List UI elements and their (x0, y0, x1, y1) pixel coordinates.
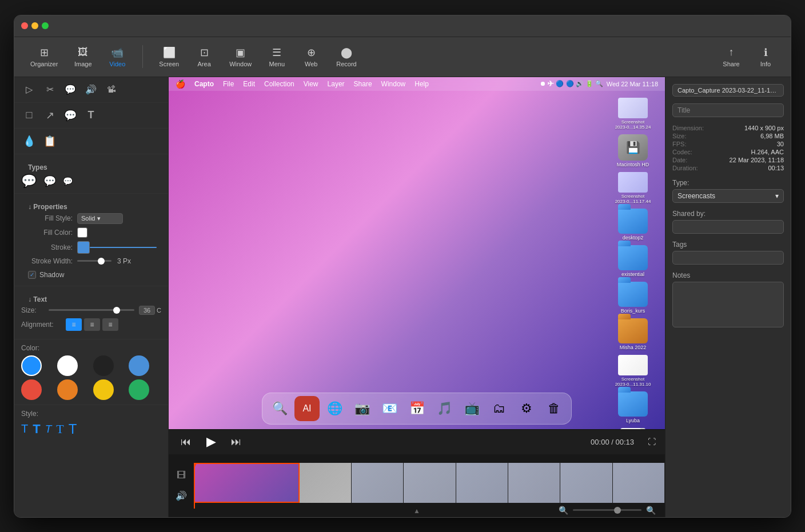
color-swatch-steel[interactable] (129, 355, 149, 376)
app-name-menu[interactable]: Capto (194, 80, 214, 88)
filename-field[interactable]: Capto_Capture 2023-03-22_11-18-5 (672, 84, 784, 97)
text-tool[interactable]: T (83, 107, 99, 123)
edit-menu[interactable]: Edit (243, 80, 255, 88)
text-size-thumb[interactable] (113, 307, 120, 314)
color-swatch-orange[interactable] (57, 379, 78, 400)
fast-forward-button[interactable]: ⏭ (228, 434, 244, 450)
dock-icon-3[interactable]: 🌐 (322, 396, 347, 421)
dock-icon-11[interactable]: 🗑 (541, 396, 567, 421)
help-menu[interactable]: Help (415, 80, 429, 88)
minimize-button[interactable] (31, 22, 38, 29)
share-menu[interactable]: Share (354, 80, 372, 88)
share-button[interactable]: ↑ Share (715, 43, 747, 71)
desktop-icon-hd[interactable]: 💾 Macintosh HD (610, 134, 656, 167)
shared-by-field[interactable] (672, 220, 784, 234)
note-tool[interactable]: 📋 (42, 133, 58, 149)
align-right-button[interactable]: ≡ (102, 318, 118, 331)
dock-icon-4[interactable]: 📷 (349, 396, 374, 421)
desktop-icon-screenrec[interactable]: 📄 screen reco... (610, 428, 656, 429)
timeline-audio-icon[interactable]: 🔊 (173, 488, 189, 504)
notes-field[interactable] (672, 282, 784, 327)
desktop-icon-screenshot3[interactable]: Screenshot2023-0...11.31.10 (610, 355, 656, 387)
style-serif[interactable]: T (21, 422, 28, 435)
color-swatch-yellow[interactable] (93, 379, 114, 400)
record-button[interactable]: ⬤ Record (329, 43, 363, 71)
area-button[interactable]: ⊡ Area (188, 43, 220, 71)
stroke-color-swatch[interactable] (77, 241, 90, 254)
desktop-icon-screenshot2[interactable]: Screenshot2023-0...11.17.44 (610, 172, 656, 204)
style-bold[interactable]: T (33, 422, 40, 437)
drop-tool[interactable]: 💧 (21, 133, 37, 149)
playhead[interactable] (194, 463, 195, 509)
video-tool[interactable]: 📽 (103, 82, 119, 98)
play-button[interactable]: ▶ (203, 434, 219, 450)
layer-menu[interactable]: Layer (328, 80, 345, 88)
image-button[interactable]: 🖼 Image (67, 43, 99, 71)
close-button[interactable] (21, 22, 28, 29)
screen-button[interactable]: ⬜ Screen (152, 43, 186, 71)
align-center-button[interactable]: ≡ (84, 318, 100, 331)
style-thin[interactable]: T (69, 421, 77, 437)
view-menu[interactable]: View (304, 80, 318, 88)
file-menu[interactable]: File (223, 80, 234, 88)
fill-color-swatch[interactable] (77, 227, 87, 238)
window-button[interactable]: ▣ Window (222, 43, 258, 71)
play-tool[interactable]: ▷ (21, 82, 37, 98)
video-button[interactable]: 📹 Video (101, 43, 133, 71)
maximize-button[interactable] (42, 22, 49, 29)
dock-icon-7[interactable]: 🎵 (432, 396, 457, 421)
zoom-in-icon[interactable]: 🔍 (646, 506, 656, 515)
color-swatch-blue[interactable] (21, 355, 42, 376)
color-swatch-green[interactable] (129, 379, 149, 400)
organizer-button[interactable]: ⊞ Organizer (23, 43, 65, 71)
stroke-width-slider[interactable] (77, 260, 111, 262)
type-dropdown[interactable]: Screencasts ▾ (672, 189, 784, 203)
volume-tool[interactable]: 🔊 (83, 82, 99, 98)
zoom-out-icon[interactable]: 🔍 (559, 506, 568, 515)
fullscreen-button[interactable]: ⛶ (648, 437, 656, 446)
desktop-icon-boris[interactable]: Boris_kurs (610, 282, 656, 314)
rewind-button[interactable]: ⏮ (178, 434, 194, 450)
dock-icon-8[interactable]: 📺 (459, 396, 484, 421)
expand-button[interactable]: ▲ (413, 507, 420, 515)
tags-field[interactable] (672, 251, 784, 265)
timeline-track[interactable] (194, 463, 665, 509)
info-button[interactable]: ℹ Info (750, 43, 782, 71)
title-field[interactable]: Title (672, 103, 784, 117)
type-icon-3[interactable]: 💬 (63, 177, 73, 186)
color-swatch-red[interactable] (21, 379, 42, 400)
dock-icon-9[interactable]: 🗂 (487, 396, 512, 421)
dock-icon-1[interactable]: 🔍 (267, 396, 292, 421)
type-icon-1[interactable]: 💬 (21, 174, 37, 189)
fill-style-select[interactable]: Solid ▾ (77, 213, 123, 224)
dock-icon-6[interactable]: 📅 (404, 396, 429, 421)
align-left-button[interactable]: ≡ (66, 318, 82, 331)
color-swatch-white[interactable] (57, 355, 78, 376)
dock-icon-10[interactable]: ⚙ (514, 396, 539, 421)
zoom-thumb[interactable] (614, 507, 621, 514)
collection-menu[interactable]: Collection (264, 80, 294, 88)
shadow-checkbox[interactable]: ✓ (28, 271, 36, 279)
speech-tool[interactable]: 💬 (62, 82, 78, 98)
desktop-icon-existential[interactable]: existential (610, 245, 656, 277)
arrow-tool[interactable]: ↗ (42, 107, 58, 123)
timeline-video-icon[interactable]: 🎞 (173, 467, 189, 483)
color-swatch-black[interactable] (93, 355, 114, 376)
cut-tool[interactable]: ✂ (42, 82, 58, 98)
menu-button[interactable]: ☰ Menu (261, 43, 293, 71)
dock-icon-5[interactable]: 📧 (377, 396, 402, 421)
zoom-slider[interactable] (573, 509, 641, 511)
text-size-slider[interactable] (49, 309, 134, 311)
desktop-icon-lyuba[interactable]: Lyuba (610, 391, 656, 423)
rect-tool[interactable]: □ (21, 107, 37, 123)
bubble-tool[interactable]: 💬 (62, 107, 78, 123)
desktop-icon-screenshot1[interactable]: Screenshot2023-0...14.35.24 (610, 98, 656, 130)
desktop-icon-desktop2[interactable]: desktop2 (610, 209, 656, 241)
dock-icon-2[interactable]: AI (294, 396, 320, 421)
stroke-width-thumb[interactable] (98, 258, 105, 265)
web-button[interactable]: ⊕ Web (295, 43, 327, 71)
desktop-icon-misha[interactable]: Misha 2022 (610, 318, 656, 350)
type-icon-2[interactable]: 💬 (43, 175, 56, 187)
style-serif2[interactable]: T (56, 422, 63, 437)
style-italic[interactable]: T (45, 423, 52, 435)
